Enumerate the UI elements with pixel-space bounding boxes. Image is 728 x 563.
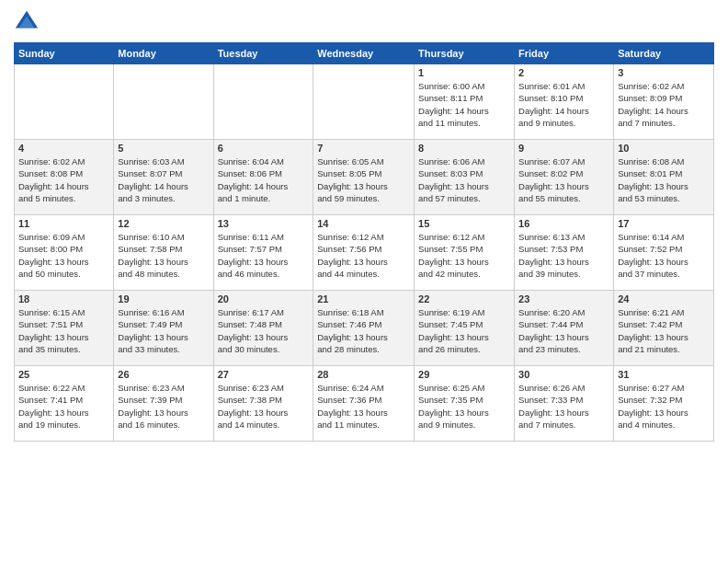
day-number: 18	[18, 293, 109, 304]
day-number: 13	[218, 218, 310, 229]
cell-content: Sunrise: 6:23 AM Sunset: 7:38 PM Dayligh…	[218, 382, 310, 431]
day-number: 2	[518, 67, 609, 78]
cell-content: Sunrise: 6:17 AM Sunset: 7:48 PM Dayligh…	[218, 306, 310, 355]
calendar-cell: 29Sunrise: 6:25 AM Sunset: 7:35 PM Dayli…	[415, 366, 515, 442]
day-number: 15	[418, 218, 510, 229]
calendar-cell: 3Sunrise: 6:02 AM Sunset: 8:09 PM Daylig…	[614, 64, 714, 140]
calendar-cell: 16Sunrise: 6:13 AM Sunset: 7:53 PM Dayli…	[515, 215, 614, 291]
calendar-cell: 26Sunrise: 6:23 AM Sunset: 7:39 PM Dayli…	[114, 366, 213, 442]
cell-content: Sunrise: 6:01 AM Sunset: 8:10 PM Dayligh…	[518, 80, 609, 129]
calendar-cell: 2Sunrise: 6:01 AM Sunset: 8:10 PM Daylig…	[515, 64, 614, 140]
day-number: 12	[118, 218, 209, 229]
day-number: 30	[518, 369, 609, 380]
day-number: 28	[317, 369, 410, 380]
calendar-cell: 6Sunrise: 6:04 AM Sunset: 8:06 PM Daylig…	[213, 140, 313, 215]
cell-content: Sunrise: 6:26 AM Sunset: 7:33 PM Dayligh…	[518, 382, 609, 431]
cell-content: Sunrise: 6:10 AM Sunset: 7:58 PM Dayligh…	[118, 231, 209, 280]
calendar-cell: 11Sunrise: 6:09 AM Sunset: 8:00 PM Dayli…	[15, 215, 114, 291]
column-header-friday: Friday	[515, 43, 614, 64]
calendar-cell: 9Sunrise: 6:07 AM Sunset: 8:02 PM Daylig…	[515, 140, 614, 215]
cell-content: Sunrise: 6:03 AM Sunset: 8:07 PM Dayligh…	[118, 155, 209, 204]
day-number: 8	[418, 143, 510, 154]
calendar-cell: 15Sunrise: 6:12 AM Sunset: 7:55 PM Dayli…	[415, 215, 515, 291]
cell-content: Sunrise: 6:06 AM Sunset: 8:03 PM Dayligh…	[418, 155, 510, 204]
calendar-week-row: 18Sunrise: 6:15 AM Sunset: 7:51 PM Dayli…	[15, 291, 714, 366]
header	[14, 9, 714, 35]
day-number: 24	[618, 293, 710, 304]
day-number: 7	[317, 143, 410, 154]
cell-content: Sunrise: 6:18 AM Sunset: 7:46 PM Dayligh…	[317, 306, 410, 355]
day-number: 22	[418, 293, 510, 304]
cell-content: Sunrise: 6:20 AM Sunset: 7:44 PM Dayligh…	[518, 306, 609, 355]
day-number: 6	[218, 143, 310, 154]
calendar-cell: 13Sunrise: 6:11 AM Sunset: 7:57 PM Dayli…	[213, 215, 313, 291]
calendar-cell: 5Sunrise: 6:03 AM Sunset: 8:07 PM Daylig…	[114, 140, 213, 215]
calendar-cell: 30Sunrise: 6:26 AM Sunset: 7:33 PM Dayli…	[515, 366, 614, 442]
column-header-sunday: Sunday	[15, 43, 114, 64]
calendar-header-row: SundayMondayTuesdayWednesdayThursdayFrid…	[15, 43, 714, 64]
day-number: 4	[18, 143, 109, 154]
day-number: 14	[317, 218, 410, 229]
cell-content: Sunrise: 6:02 AM Sunset: 8:08 PM Dayligh…	[18, 155, 109, 204]
day-number: 31	[618, 369, 710, 380]
day-number: 5	[118, 143, 209, 154]
cell-content: Sunrise: 6:11 AM Sunset: 7:57 PM Dayligh…	[218, 231, 310, 280]
day-number: 1	[418, 67, 510, 78]
logo	[14, 9, 41, 35]
day-number: 25	[18, 369, 109, 380]
cell-content: Sunrise: 6:05 AM Sunset: 8:05 PM Dayligh…	[317, 155, 410, 204]
day-number: 26	[118, 369, 209, 380]
cell-content: Sunrise: 6:04 AM Sunset: 8:06 PM Dayligh…	[218, 155, 310, 204]
cell-content: Sunrise: 6:27 AM Sunset: 7:32 PM Dayligh…	[618, 382, 710, 431]
calendar-cell: 19Sunrise: 6:16 AM Sunset: 7:49 PM Dayli…	[114, 291, 213, 366]
cell-content: Sunrise: 6:12 AM Sunset: 7:56 PM Dayligh…	[317, 231, 410, 280]
day-number: 27	[218, 369, 310, 380]
cell-content: Sunrise: 6:13 AM Sunset: 7:53 PM Dayligh…	[518, 231, 609, 280]
cell-content: Sunrise: 6:07 AM Sunset: 8:02 PM Dayligh…	[518, 155, 609, 204]
calendar-cell: 20Sunrise: 6:17 AM Sunset: 7:48 PM Dayli…	[213, 291, 313, 366]
calendar-cell: 8Sunrise: 6:06 AM Sunset: 8:03 PM Daylig…	[415, 140, 515, 215]
calendar-cell: 7Sunrise: 6:05 AM Sunset: 8:05 PM Daylig…	[313, 140, 415, 215]
cell-content: Sunrise: 6:22 AM Sunset: 7:41 PM Dayligh…	[18, 382, 109, 431]
calendar-cell	[213, 64, 313, 140]
calendar-cell: 14Sunrise: 6:12 AM Sunset: 7:56 PM Dayli…	[313, 215, 415, 291]
column-header-tuesday: Tuesday	[213, 43, 313, 64]
calendar-cell: 18Sunrise: 6:15 AM Sunset: 7:51 PM Dayli…	[15, 291, 114, 366]
calendar-week-row: 4Sunrise: 6:02 AM Sunset: 8:08 PM Daylig…	[15, 140, 714, 215]
cell-content: Sunrise: 6:00 AM Sunset: 8:11 PM Dayligh…	[418, 80, 510, 129]
day-number: 9	[518, 143, 609, 154]
calendar-cell	[114, 64, 213, 140]
cell-content: Sunrise: 6:14 AM Sunset: 7:52 PM Dayligh…	[618, 231, 710, 280]
page-container: SundayMondayTuesdayWednesdayThursdayFrid…	[0, 0, 728, 451]
day-number: 21	[317, 293, 410, 304]
calendar-table: SundayMondayTuesdayWednesdayThursdayFrid…	[14, 42, 714, 442]
day-number: 16	[518, 218, 609, 229]
cell-content: Sunrise: 6:02 AM Sunset: 8:09 PM Dayligh…	[618, 80, 710, 129]
cell-content: Sunrise: 6:21 AM Sunset: 7:42 PM Dayligh…	[618, 306, 710, 355]
day-number: 10	[618, 143, 710, 154]
cell-content: Sunrise: 6:15 AM Sunset: 7:51 PM Dayligh…	[18, 306, 109, 355]
calendar-cell: 17Sunrise: 6:14 AM Sunset: 7:52 PM Dayli…	[614, 215, 714, 291]
calendar-cell: 24Sunrise: 6:21 AM Sunset: 7:42 PM Dayli…	[614, 291, 714, 366]
calendar-cell: 25Sunrise: 6:22 AM Sunset: 7:41 PM Dayli…	[15, 366, 114, 442]
logo-icon	[14, 9, 40, 35]
calendar-cell: 4Sunrise: 6:02 AM Sunset: 8:08 PM Daylig…	[15, 140, 114, 215]
cell-content: Sunrise: 6:24 AM Sunset: 7:36 PM Dayligh…	[317, 382, 410, 431]
cell-content: Sunrise: 6:09 AM Sunset: 8:00 PM Dayligh…	[18, 231, 109, 280]
day-number: 17	[618, 218, 710, 229]
cell-content: Sunrise: 6:16 AM Sunset: 7:49 PM Dayligh…	[118, 306, 209, 355]
day-number: 29	[418, 369, 510, 380]
calendar-cell: 23Sunrise: 6:20 AM Sunset: 7:44 PM Dayli…	[515, 291, 614, 366]
calendar-cell: 31Sunrise: 6:27 AM Sunset: 7:32 PM Dayli…	[614, 366, 714, 442]
column-header-monday: Monday	[114, 43, 213, 64]
calendar-cell	[15, 64, 114, 140]
calendar-cell: 27Sunrise: 6:23 AM Sunset: 7:38 PM Dayli…	[213, 366, 313, 442]
day-number: 19	[118, 293, 209, 304]
calendar-week-row: 1Sunrise: 6:00 AM Sunset: 8:11 PM Daylig…	[15, 64, 714, 140]
cell-content: Sunrise: 6:23 AM Sunset: 7:39 PM Dayligh…	[118, 382, 209, 431]
day-number: 23	[518, 293, 609, 304]
cell-content: Sunrise: 6:19 AM Sunset: 7:45 PM Dayligh…	[418, 306, 510, 355]
calendar-cell: 28Sunrise: 6:24 AM Sunset: 7:36 PM Dayli…	[313, 366, 415, 442]
day-number: 11	[18, 218, 109, 229]
day-number: 20	[218, 293, 310, 304]
